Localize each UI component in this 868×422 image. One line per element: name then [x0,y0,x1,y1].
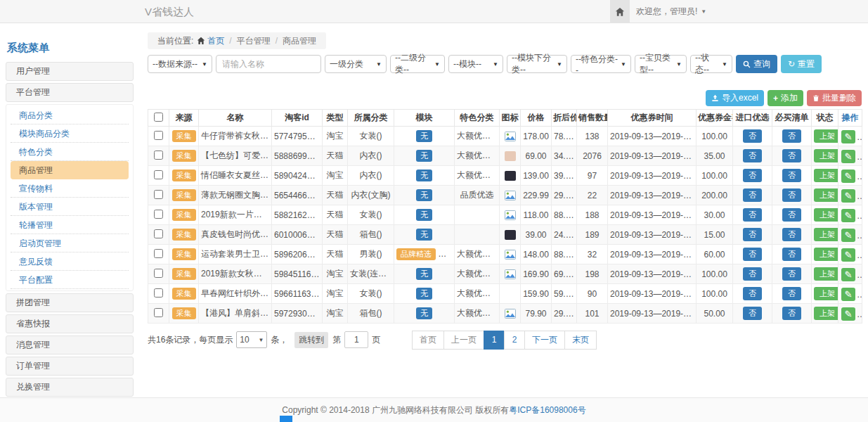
edit-button[interactable]: ✎ [841,307,855,321]
sidebar-item-订单管理[interactable]: 订单管理 [6,357,134,376]
import-optimal-toggle[interactable]: 否 [743,307,762,319]
sidebar-item-版本管理[interactable]: 版本管理 [11,198,129,216]
sidebar-item-消息管理[interactable]: 消息管理 [6,335,134,354]
row-checkbox[interactable] [154,308,163,317]
sidebar-item-兑换管理[interactable]: 兑换管理 [6,378,134,397]
breadcrumb-item-platform[interactable]: 平台管理 [237,35,271,47]
edit-button[interactable]: ✎ [841,209,855,222]
status-button[interactable]: 上架 [814,169,838,181]
sidebar-item-宣传物料[interactable]: 宣传物料 [11,179,129,198]
must-buy-toggle[interactable]: 否 [782,287,801,300]
row-checkbox[interactable] [154,170,163,179]
sidebar-item-平台管理[interactable]: 平台管理 [6,83,134,102]
status-button[interactable]: 上架 [814,149,838,162]
sidebar-item-省惠快报[interactable]: 省惠快报 [6,314,134,333]
row-checkbox[interactable] [154,131,163,140]
row-checkbox[interactable] [154,229,163,238]
import-optimal-toggle[interactable]: 否 [743,149,762,162]
search-name-input[interactable] [216,55,321,73]
select-all-checkbox[interactable] [154,113,163,122]
must-buy-toggle[interactable]: 否 [782,149,801,162]
status-button[interactable]: 上架 [814,307,838,319]
edit-button[interactable]: ✎ [841,229,855,242]
filter-select-一级分类[interactable]: 一级分类▼ [325,55,387,73]
sidebar-item-商品管理[interactable]: 商品管理 [11,161,129,179]
sidebar-item-商品分类[interactable]: 商品分类 [11,106,129,124]
filter-select-数据来源[interactable]: --数据来源--▼ [148,55,212,73]
import-optimal-toggle[interactable]: 否 [743,208,762,221]
row-checkbox[interactable] [154,190,163,199]
edit-button[interactable]: ✎ [841,248,855,262]
breadcrumb-home-link[interactable]: 首页 [197,35,224,47]
pagination-last[interactable]: 末页 [564,331,597,350]
sales-cell: 189 [577,225,608,245]
must-buy-toggle[interactable]: 否 [782,267,801,280]
filter-select-特色分类[interactable]: --特色分类--▼ [571,55,631,73]
navbar-home-button[interactable] [610,0,630,23]
feature-category-cell: 大额优惠券 [455,127,500,146]
pagination-page-1[interactable]: 1 [484,331,505,350]
must-buy-toggle[interactable]: 否 [782,228,801,241]
row-checkbox[interactable] [154,249,163,258]
import-optimal-toggle[interactable]: 否 [743,287,762,300]
module-cell: 无 [394,304,455,324]
edit-button[interactable]: ✎ [841,189,855,203]
status-button[interactable]: 上架 [814,129,838,142]
filter-select-状态[interactable]: --状态--▼ [690,55,732,73]
status-button[interactable]: 上架 [814,267,838,280]
sidebar-item-平台配置[interactable]: 平台配置 [11,271,129,289]
status-button[interactable]: 上架 [814,228,838,241]
must-buy-toggle[interactable]: 否 [782,188,801,201]
import-optimal-toggle[interactable]: 否 [743,267,762,280]
row-checkbox[interactable] [154,210,163,219]
add-button[interactable]: + 添加 [767,90,803,106]
edit-button[interactable]: ✎ [841,268,855,281]
edit-button[interactable]: ✎ [841,288,855,301]
pagination-next[interactable]: 下一页 [524,331,565,350]
page-number-input[interactable] [344,331,368,348]
row-checkbox[interactable] [154,151,163,160]
breadcrumb-item-goods[interactable]: 商品管理 [283,35,316,47]
sidebar-item-轮播管理[interactable]: 轮播管理 [11,216,129,234]
filter-select-模块下分类[interactable]: --模块下分类--▼ [507,55,567,73]
sidebar-item-启动页管理[interactable]: 启动页管理 [11,234,129,252]
import-optimal-toggle[interactable]: 否 [743,169,762,181]
import-optimal-toggle[interactable]: 否 [743,248,762,260]
must-buy-toggle[interactable]: 否 [782,208,801,221]
jump-to-button[interactable]: 跳转到 [294,332,328,348]
import-optimal-toggle[interactable]: 否 [743,129,762,142]
filter-select-宝贝类型[interactable]: --宝贝类型--▼ [635,55,687,73]
sidebar-item-特色分类[interactable]: 特色分类 [11,143,129,161]
pagination-page-2[interactable]: 2 [504,331,525,350]
status-button[interactable]: 上架 [814,248,838,260]
batch-delete-button[interactable]: 批量删除 [807,90,862,106]
must-buy-toggle[interactable]: 否 [782,307,801,319]
edit-button[interactable]: ✎ [841,130,855,143]
filter-select-模块[interactable]: --模块--▼ [448,55,503,73]
status-button[interactable]: 上架 [814,188,838,201]
status-button[interactable]: 上架 [814,208,838,221]
per-page-select[interactable]: 10 ▼ [236,331,267,348]
must-buy-toggle[interactable]: 否 [782,248,801,260]
query-button[interactable]: 查询 [736,55,777,73]
pagination-first[interactable]: 首页 [412,331,444,350]
sidebar-item-意见反馈[interactable]: 意见反馈 [11,252,129,271]
reset-button[interactable]: ↻重置 [781,55,822,73]
user-menu[interactable]: 欢迎您，管理员! ▼ [636,0,706,23]
must-buy-toggle[interactable]: 否 [782,129,801,142]
import-optimal-toggle[interactable]: 否 [743,188,762,201]
status-button[interactable]: 上架 [814,287,838,300]
import-optimal-toggle[interactable]: 否 [743,228,762,241]
import-excel-button[interactable]: 导入excel [706,90,764,106]
edit-button[interactable]: ✎ [841,150,855,163]
row-checkbox[interactable] [154,288,163,298]
sidebar-item-拼团管理[interactable]: 拼团管理 [6,293,134,312]
row-checkbox[interactable] [154,269,163,278]
pagination-prev[interactable]: 上一页 [443,331,484,350]
must-buy-toggle[interactable]: 否 [782,169,801,181]
sidebar-item-用户管理[interactable]: 用户管理 [6,62,134,81]
filter-select-二级分类[interactable]: --二级分类--▼ [390,55,445,73]
icp-link[interactable]: 粤ICP备16098006号 [509,404,585,416]
sidebar-item-模块商品分类[interactable]: 模块商品分类 [11,124,129,143]
edit-button[interactable]: ✎ [841,170,855,183]
